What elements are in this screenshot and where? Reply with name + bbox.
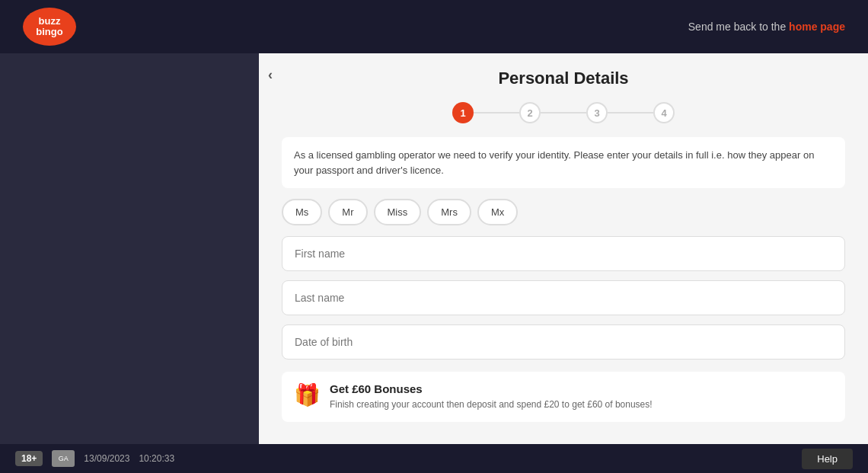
title-mrs[interactable]: Mrs <box>427 199 471 225</box>
header: buzz bingo Send me back to the home page <box>0 0 868 53</box>
step-line-2 <box>541 112 586 113</box>
header-back-text: Send me back to the home page <box>688 21 845 33</box>
gamble-aware-icon: GA <box>52 450 75 467</box>
dob-input[interactable] <box>282 324 845 360</box>
title-options: Ms Mr Miss Mrs Mx <box>282 199 845 225</box>
info-box: As a licensed gambling operator we need … <box>282 137 845 188</box>
main-content: ‹ Personal Details 1 2 3 4 As a licensed… <box>0 53 868 444</box>
date-display: 13/09/2023 <box>84 453 129 464</box>
title-mr[interactable]: Mr <box>328 199 367 225</box>
title-miss[interactable]: Miss <box>374 199 422 225</box>
help-button[interactable]: Help <box>802 449 853 469</box>
step-indicators: 1 2 3 4 <box>282 102 845 123</box>
page-title: Personal Details <box>282 69 845 88</box>
title-ms[interactable]: Ms <box>282 199 322 225</box>
info-text: As a licensed gambling operator we need … <box>294 149 814 176</box>
step-line-1 <box>474 112 519 113</box>
bonus-text: Get £60 Bonuses Finish creating your acc… <box>330 382 653 411</box>
age-badge: 18+ <box>15 451 43 466</box>
back-button[interactable]: ‹ <box>268 67 273 83</box>
bonus-body: Finish creating your account then deposi… <box>330 398 653 411</box>
bonus-box: 🎁 Get £60 Bonuses Finish creating your a… <box>282 372 845 422</box>
form-panel: ‹ Personal Details 1 2 3 4 As a licensed… <box>259 53 868 444</box>
sidebar-left <box>0 53 259 444</box>
home-page-link[interactable]: home page <box>789 21 845 33</box>
last-name-input[interactable] <box>282 280 845 315</box>
bottom-left: 18+ GA 13/09/2023 10:20:33 <box>15 450 174 467</box>
step-1: 1 <box>452 102 474 123</box>
step-4: 4 <box>653 102 675 123</box>
gift-icon: 🎁 <box>294 382 321 407</box>
time-display: 10:20:33 <box>139 453 174 464</box>
title-mx[interactable]: Mx <box>477 199 518 225</box>
step-line-3 <box>608 112 653 113</box>
logo: buzz bingo <box>23 8 76 46</box>
first-name-input[interactable] <box>282 236 845 271</box>
bottom-bar: 18+ GA 13/09/2023 10:20:33 Help <box>0 444 868 473</box>
back-text-prefix: Send me back to the <box>688 21 789 33</box>
bonus-heading: Get £60 Bonuses <box>330 382 653 395</box>
step-3: 3 <box>586 102 608 123</box>
step-2: 2 <box>519 102 541 123</box>
